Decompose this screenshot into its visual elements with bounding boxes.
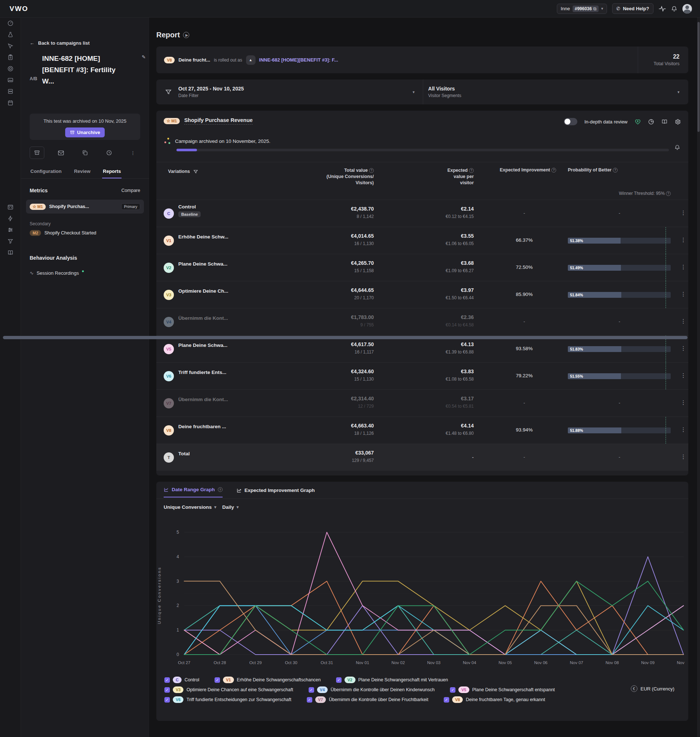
info-icon[interactable]: ? (551, 168, 556, 172)
rollout-icon: ▲ (246, 55, 256, 65)
settings-gear-icon[interactable] (675, 119, 681, 125)
campaign-title: INNE-682 [HOME][BENEFIT #3]: FertilityW.… (42, 53, 126, 87)
legend-item: ✓V1Erhöhe Deine Schwangerschaftschancen (215, 677, 321, 683)
dashboard-icon[interactable] (0, 18, 21, 29)
tab-reports[interactable]: Reports (102, 165, 122, 178)
svg-text:Oct 29: Oct 29 (249, 660, 262, 665)
activity-pulse-icon[interactable] (659, 6, 666, 12)
bolt-icon[interactable] (0, 213, 21, 224)
interval-dropdown[interactable]: Daily▾ (222, 504, 239, 510)
rollout-variation-badge: V8 (164, 57, 175, 63)
legend-checkbox[interactable]: ✓ (444, 697, 449, 703)
tab-date-range-graph[interactable]: Date Range Graph? (164, 487, 223, 497)
variation-name: Übernimm die Kont... (178, 397, 228, 402)
info-icon[interactable]: ? (469, 168, 474, 173)
horizontal-scrollbar[interactable] (3, 336, 688, 339)
legend-label: Optimiere Deine Chancen auf eine Schwang… (186, 687, 293, 692)
account-switcher[interactable]: Inne #996036 ⧉ ▾ (557, 4, 607, 14)
rollout-variation-name: Deine frucht... (178, 57, 210, 63)
metric-name[interactable]: Shopify Purchase Revenue (184, 117, 253, 125)
metric-dropdown[interactable]: Unique Conversions▾ (164, 504, 216, 510)
session-recordings-link[interactable]: ∿ Session Recordings (29, 270, 84, 276)
legend-checkbox[interactable]: ✓ (450, 687, 456, 693)
plan-clipboard-icon[interactable] (0, 52, 21, 63)
edit-title-icon[interactable]: ✎ (142, 54, 146, 60)
personalize-pointer-icon[interactable] (0, 40, 21, 52)
chevron-down-icon[interactable]: ▾ (413, 90, 415, 94)
need-help-label: Need Help? (623, 6, 649, 11)
alert-bell-icon[interactable] (674, 144, 680, 150)
calendar-icon[interactable] (0, 97, 21, 108)
legend-checkbox[interactable]: ✓ (165, 697, 170, 703)
legend-checkbox[interactable]: ✓ (215, 677, 220, 683)
info-icon[interactable]: ? (218, 487, 223, 492)
vertical-scrollbar[interactable] (697, 18, 700, 737)
notifications-bell-icon[interactable] (671, 6, 677, 12)
more-actions-kebab-icon[interactable]: ⋮ (126, 146, 140, 159)
copy-icon[interactable]: ⧉ (593, 6, 596, 11)
total-value-cell: €2,438.708 / 1,142 (296, 206, 374, 219)
report-play-icon[interactable]: ▶ (183, 32, 189, 38)
row-menu-button[interactable]: ⋮ (681, 372, 686, 379)
variation-badge: V6 (164, 371, 174, 381)
legend-checkbox[interactable]: ✓ (165, 687, 170, 693)
expected-value-cell: €3.55€1.06 to €6.05 (398, 233, 474, 246)
rollout-campaign-link[interactable]: INNE-682 [HOME][BENEFIT #3]: F... (259, 57, 338, 63)
testing-flask-icon[interactable] (0, 29, 21, 40)
row-menu-button[interactable]: ⋮ (681, 264, 686, 270)
tab-configuration[interactable]: Configuration (29, 165, 62, 178)
variation-name: Optimiere Deine Ch... (178, 288, 228, 294)
svg-text:Nov 01: Nov 01 (356, 660, 369, 665)
legend-row: ✓V6Triff fundierte Entscheidungen zur Sc… (165, 696, 555, 703)
legend-checkbox[interactable]: ✓ (309, 687, 314, 693)
chevron-down-icon[interactable]: ▾ (677, 90, 679, 94)
row-menu-button[interactable]: ⋮ (681, 345, 686, 352)
book-open-icon[interactable] (661, 119, 668, 125)
probability-cell: - (588, 454, 651, 460)
legend-checkbox[interactable]: ✓ (336, 677, 341, 683)
duplicate-action-icon[interactable] (78, 146, 92, 159)
metric-m2-item[interactable]: M2 Shopify Checkout Started (29, 230, 96, 236)
pie-chart-icon[interactable] (648, 119, 654, 125)
compare-link[interactable]: Compare (122, 188, 140, 193)
row-menu-button[interactable]: ⋮ (681, 237, 686, 243)
tab-expected-improvement-graph[interactable]: Expected Improvement Graph (237, 488, 315, 497)
email-action-icon[interactable] (54, 146, 68, 159)
back-to-campaigns-link[interactable]: ← Back to campaigns list (29, 40, 90, 46)
info-icon[interactable]: ? (613, 168, 618, 172)
visitor-segments-filter[interactable]: All Visitors Visitor Segments (423, 86, 678, 98)
data-server-icon[interactable] (0, 86, 21, 97)
in-depth-toggle[interactable] (564, 118, 577, 125)
health-heart-icon[interactable] (634, 119, 641, 125)
date-filter[interactable]: Oct 27, 2025 - Nov 10, 2025 Date Filter (178, 86, 413, 98)
unarchive-button[interactable]: Unarchive (65, 127, 105, 137)
row-menu-button[interactable]: ⋮ (681, 399, 686, 406)
user-avatar[interactable] (682, 4, 692, 13)
target-icon[interactable] (0, 63, 21, 74)
row-menu-button[interactable]: ⋮ (681, 291, 686, 298)
metric-m1-item[interactable]: ☆M1 Shopify Purchas... Primary (26, 200, 144, 214)
info-icon[interactable]: ? (666, 191, 671, 196)
variations-filter-icon[interactable] (193, 169, 198, 174)
book-icon[interactable] (0, 247, 21, 258)
info-icon[interactable]: ? (369, 168, 374, 173)
filter-bar: Oct 27, 2025 - Nov 10, 2025 Date Filter … (156, 80, 688, 105)
total-value-cell: €4,617.5016 / 1,117 (296, 341, 374, 355)
tab-review[interactable]: Review (73, 165, 91, 178)
expected-improvement-cell: 93.58% (493, 346, 555, 351)
legend-checkbox[interactable]: ✓ (307, 697, 312, 703)
funnel-data-icon[interactable] (0, 236, 21, 247)
history-action-icon[interactable] (102, 146, 116, 159)
total-value-cell: €2,314.4012 / 729 (296, 396, 374, 409)
archive-action-icon[interactable] (29, 146, 44, 159)
legend-checkbox[interactable]: ✓ (165, 677, 170, 683)
row-menu-button[interactable]: ⋮ (681, 454, 686, 460)
deploy-image-icon[interactable] (0, 74, 21, 86)
row-menu-button[interactable]: ⋮ (681, 426, 686, 433)
row-menu-button[interactable]: ⋮ (681, 209, 686, 216)
variation-badge: V3 (173, 687, 184, 693)
code-window-icon[interactable] (0, 202, 21, 213)
need-help-button[interactable]: ✆ Need Help? (612, 3, 653, 14)
sliders-icon[interactable] (0, 224, 21, 236)
row-menu-button[interactable]: ⋮ (681, 318, 686, 324)
